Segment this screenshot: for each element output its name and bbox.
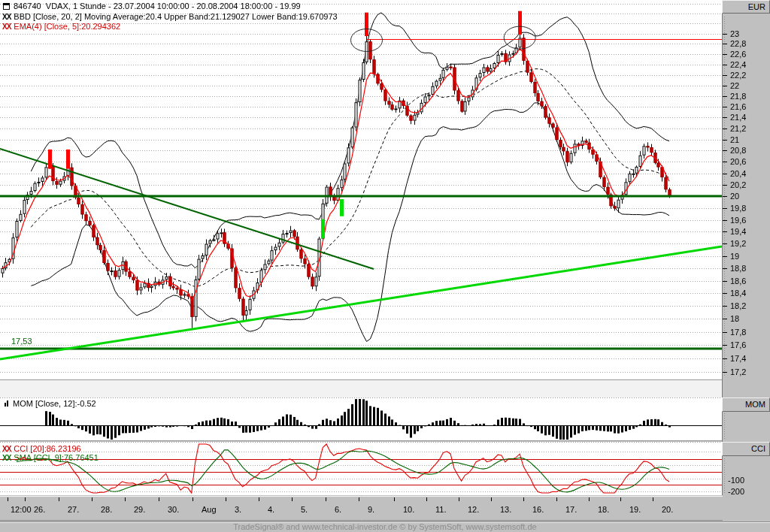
time-tick-label: 18. xyxy=(598,505,609,514)
time-tick-label: 13. xyxy=(500,505,511,514)
window-icon xyxy=(3,3,10,10)
time-tick-label: Aug xyxy=(202,505,217,514)
price-tick-label: 18,2 xyxy=(730,301,746,310)
price-tick-label: 18,4 xyxy=(730,289,746,298)
price-tick-label: 17,8 xyxy=(730,328,746,337)
cci-legend: XX CCI [20]:86.23196 xyxy=(2,444,81,453)
time-tick-label: 19. xyxy=(629,505,641,514)
time-tick-label: 20. xyxy=(662,505,673,514)
price-tick-label: 19,8 xyxy=(730,204,746,213)
legend-ema-text: EMA(4) [Close, 5]:20.294362 xyxy=(14,22,120,31)
panel-splitter[interactable] xyxy=(0,380,722,397)
chart-canvas[interactable] xyxy=(0,0,770,532)
price-tick-label: 19 xyxy=(730,252,739,261)
time-tick-label: 16. xyxy=(532,505,544,514)
price-tick-label: 17,4 xyxy=(730,354,746,363)
histogram-icon xyxy=(5,401,9,407)
time-tick-label: 17. xyxy=(565,505,577,514)
cci-axis-title: CCI xyxy=(751,444,765,453)
time-tick-label: 11. xyxy=(435,505,446,514)
cci-axis-header: CCI xyxy=(722,442,770,456)
legend-ema: XX EMA(4) [Close, 5]:20.294362 xyxy=(2,22,120,31)
time-tick-label: 26. xyxy=(34,505,45,514)
cci-sma-legend-text: SMA [CCI, 9]:76.76451 xyxy=(14,453,99,462)
price-tick-label: 18,8 xyxy=(730,264,746,273)
indicator-icon-cci-sma: XX xyxy=(2,454,11,462)
indicator-icon-bbd: XX xyxy=(2,13,11,21)
price-tick-label: 19,2 xyxy=(730,239,746,248)
time-tick-label: 29. xyxy=(134,505,145,514)
price-tick-label: 22 xyxy=(730,81,739,90)
chart-title-row: 846740 VDAX, 1 Stunde - 23.07.2004 10:00… xyxy=(3,2,301,11)
time-tick-label: 3. xyxy=(235,505,241,514)
price-tick-label: 18,6 xyxy=(730,277,746,286)
price-axis-header: EUR xyxy=(722,0,770,14)
price-tick-label: 23 xyxy=(730,29,739,38)
price-tick-label: 20,6 xyxy=(730,157,746,166)
legend-bbd: XX BBD [Close, 20, 2] Moving Average:20.… xyxy=(2,12,338,21)
time-tick-label: 12:00 xyxy=(11,505,32,514)
price-tick-label: 21,2 xyxy=(730,124,746,133)
price-tick-label: 22,6 xyxy=(730,50,746,59)
level-label: 17,53 xyxy=(11,337,32,346)
cci-sma-legend: XX SMA [CCI, 9]:76.76451 xyxy=(2,453,99,462)
price-tick-label: 20,8 xyxy=(730,146,746,155)
status-bar: TradeSignal® and www.technical-investor.… xyxy=(0,522,770,532)
status-bar-text: TradeSignal® and www.technical-investor.… xyxy=(233,522,536,531)
price-tick-label: 17,6 xyxy=(730,340,746,349)
price-tick-label: 17,2 xyxy=(730,367,746,376)
time-tick-label: 9. xyxy=(368,505,374,514)
chart-title: 846740 VDAX, 1 Stunde - 23.07.2004 10:00… xyxy=(14,2,301,11)
time-tick-label: 27. xyxy=(68,505,79,514)
indicator-icon-ema: XX xyxy=(2,23,11,31)
price-tick-label: 21,4 xyxy=(730,113,746,122)
price-tick-label: 19,4 xyxy=(730,227,746,236)
time-tick-label: 6. xyxy=(335,505,341,514)
legend-bbd-text: BBD [Close, 20, 2] Moving Average:20.4 U… xyxy=(14,12,337,21)
mom-legend: MOM [Close, 12]:-0.52 xyxy=(3,399,96,408)
price-tick-label: 20,4 xyxy=(730,169,746,178)
mom-axis-title: MOM xyxy=(745,400,765,409)
price-tick-label: 19,6 xyxy=(730,216,746,225)
price-tick-label: 21 xyxy=(730,135,739,144)
mom-legend-text: MOM [Close, 12]:-0.52 xyxy=(13,399,96,408)
indicator-icon-cci: XX xyxy=(2,445,11,453)
price-axis-title: EUR xyxy=(748,2,765,11)
time-tick-label: 28. xyxy=(101,505,112,514)
price-tick-label: 20 xyxy=(730,192,739,201)
cci-legend-text: CCI [20]:86.23196 xyxy=(14,444,80,453)
time-tick-label: 12. xyxy=(468,505,479,514)
price-tick-label: 22,2 xyxy=(730,71,746,80)
time-tick-label: 30. xyxy=(168,505,179,514)
price-tick-label: 22,4 xyxy=(730,60,746,69)
cci-tick-label: -200 xyxy=(728,487,744,496)
time-tick-label: 10. xyxy=(403,505,414,514)
time-tick-label: 5. xyxy=(301,505,308,514)
price-tick-label: 22,8 xyxy=(730,39,746,48)
tradesignal-window: 846740 VDAX, 1 Stunde - 23.07.2004 10:00… xyxy=(0,0,770,532)
price-tick-label: 21,8 xyxy=(730,92,746,101)
mom-axis-header: MOM xyxy=(722,397,770,412)
price-tick-label: 18 xyxy=(730,314,739,323)
price-tick-label: 21,6 xyxy=(730,102,746,111)
cci-tick-label: -100 xyxy=(728,476,744,485)
time-tick-label: 4. xyxy=(268,505,274,514)
price-tick-label: 20,2 xyxy=(730,180,746,189)
